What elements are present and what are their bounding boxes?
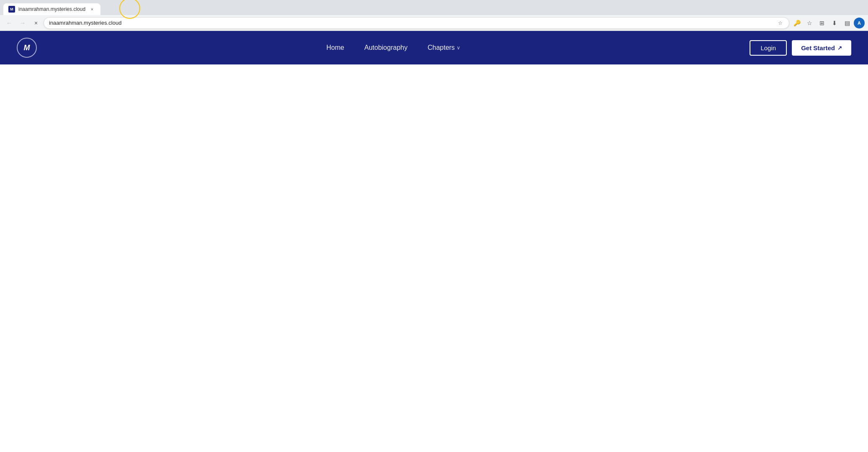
star-icon[interactable]: ☆ <box>776 19 784 27</box>
extensions-icon[interactable]: ⊞ <box>816 17 828 29</box>
get-started-button[interactable]: Get Started ↗ <box>792 40 851 56</box>
address-bar-icons: ☆ <box>776 19 784 27</box>
site-navbar: M Home Autobiography Chapters ∨ Login Ge… <box>0 31 868 64</box>
tab-title: inaamrahman.mysteries.cloud <box>18 6 85 12</box>
external-link-icon: ↗ <box>837 45 842 51</box>
site-body <box>0 64 868 449</box>
get-started-label: Get Started <box>801 44 835 51</box>
toolbar-icons: 🔑 ☆ ⊞ ⬇ ▤ A <box>791 17 865 29</box>
address-bar-row: ← → × inaamrahman.mysteries.cloud ☆ 🔑 ☆ … <box>0 15 868 31</box>
tab-close-button[interactable]: × <box>89 6 95 13</box>
chapters-label: Chapters <box>428 44 455 51</box>
profile-button[interactable]: A <box>854 18 865 28</box>
download-icon[interactable]: ⬇ <box>829 17 840 29</box>
chapters-nav-link[interactable]: Chapters ∨ <box>428 44 460 51</box>
reload-button[interactable]: × <box>30 17 42 29</box>
website-content: M Home Autobiography Chapters ∨ Login Ge… <box>0 31 868 449</box>
address-bar[interactable]: inaamrahman.mysteries.cloud ☆ <box>44 17 789 29</box>
home-nav-link[interactable]: Home <box>326 44 344 51</box>
sidebar-icon[interactable]: ▤ <box>841 17 853 29</box>
site-logo[interactable]: M <box>17 38 37 58</box>
password-manager-icon[interactable]: 🔑 <box>791 17 803 29</box>
bookmark-icon[interactable]: ☆ <box>804 17 815 29</box>
chapters-chevron-icon: ∨ <box>457 45 460 51</box>
site-nav-actions: Login Get Started ↗ <box>750 40 851 56</box>
forward-button[interactable]: → <box>17 17 28 29</box>
active-tab[interactable]: M inaamrahman.mysteries.cloud × <box>3 3 100 15</box>
login-button[interactable]: Login <box>750 40 787 56</box>
autobiography-nav-link[interactable]: Autobiography <box>365 44 408 51</box>
tab-bar: M inaamrahman.mysteries.cloud × <box>0 0 868 15</box>
back-button[interactable]: ← <box>3 17 15 29</box>
tab-favicon: M <box>8 6 15 13</box>
site-nav-links: Home Autobiography Chapters ∨ <box>326 44 460 51</box>
url-text: inaamrahman.mysteries.cloud <box>49 20 774 26</box>
